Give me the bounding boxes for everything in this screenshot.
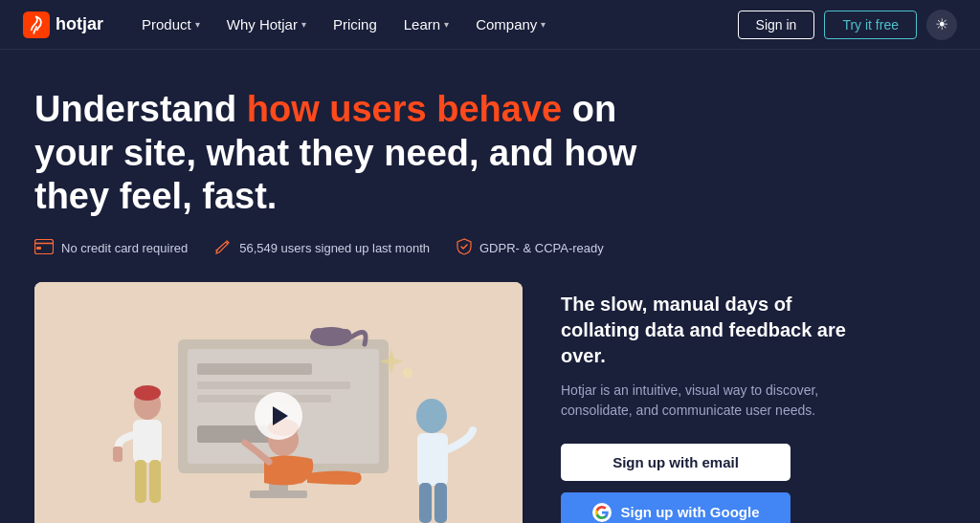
cta-buttons: Sign up with email Sign up with Google [561,444,791,523]
chevron-down-icon: ▾ [301,19,306,30]
svg-rect-21 [113,447,122,462]
panel-subtext: Hotjar is an intuitive, visual way to di… [561,381,848,421]
svg-point-15 [340,329,351,338]
svg-rect-7 [197,363,312,375]
badge-no-credit-card: No credit card required [34,239,188,258]
nav-item-why-hotjar[interactable]: Why Hotjar ▾ [215,11,318,38]
panel-tagline: The slow, manual days of collating data … [561,292,867,369]
play-button[interactable] [255,392,302,440]
hotjar-logo-icon [23,11,50,38]
signup-email-button[interactable]: Sign up with email [561,444,791,481]
trust-badges: No credit card required 56,549 users sig… [34,238,946,259]
badge-gdpr: GDPR- & CCPA-ready [457,238,604,259]
nav-item-learn[interactable]: Learn ▾ [392,11,460,38]
content-row: The slow, manual days of collating data … [34,282,946,523]
credit-card-icon [34,239,54,258]
nav-links: Product ▾ Why Hotjar ▾ Pricing Learn ▾ C… [130,11,738,38]
nav-item-company[interactable]: Company ▾ [464,11,557,38]
hero-video[interactable] [34,282,523,523]
google-logo-icon [592,503,612,522]
logo-link[interactable]: hotjar [23,11,103,38]
navbar: hotjar Product ▾ Why Hotjar ▾ Pricing Le… [0,0,980,50]
try-free-button[interactable]: Try it free [824,11,917,39]
svg-rect-0 [23,11,50,38]
hero-headline: Understand how users behave on your site… [34,88,685,219]
theme-toggle-button[interactable]: ☀ [926,10,957,40]
svg-rect-18 [133,420,162,463]
svg-rect-3 [36,247,41,250]
chevron-down-icon: ▾ [195,19,200,30]
svg-rect-27 [434,483,447,523]
svg-rect-20 [149,460,161,503]
svg-point-17 [134,385,161,401]
signup-google-button[interactable]: Sign up with Google [561,492,791,523]
nav-item-product[interactable]: Product ▾ [130,11,212,38]
svg-point-14 [311,328,326,339]
chevron-down-icon: ▾ [541,19,546,30]
logo-text: hotjar [56,14,103,34]
chevron-down-icon: ▾ [444,19,449,30]
shield-icon [457,238,472,259]
pencil-icon [214,238,232,259]
svg-rect-25 [417,433,448,486]
svg-rect-26 [419,483,432,523]
svg-point-28 [403,368,412,378]
svg-point-24 [416,399,447,433]
badge-users-signed-up: 56,549 users signed up last month [214,238,430,259]
signin-button[interactable]: Sign in [738,11,815,39]
right-panel: The slow, manual days of collating data … [561,282,946,523]
svg-rect-12 [250,490,307,498]
svg-rect-8 [197,381,350,389]
svg-rect-19 [135,460,146,503]
main-content: Understand how users behave on your site… [0,50,980,523]
nav-actions: Sign in Try it free ☀ [738,10,957,40]
nav-item-pricing[interactable]: Pricing [322,11,389,38]
